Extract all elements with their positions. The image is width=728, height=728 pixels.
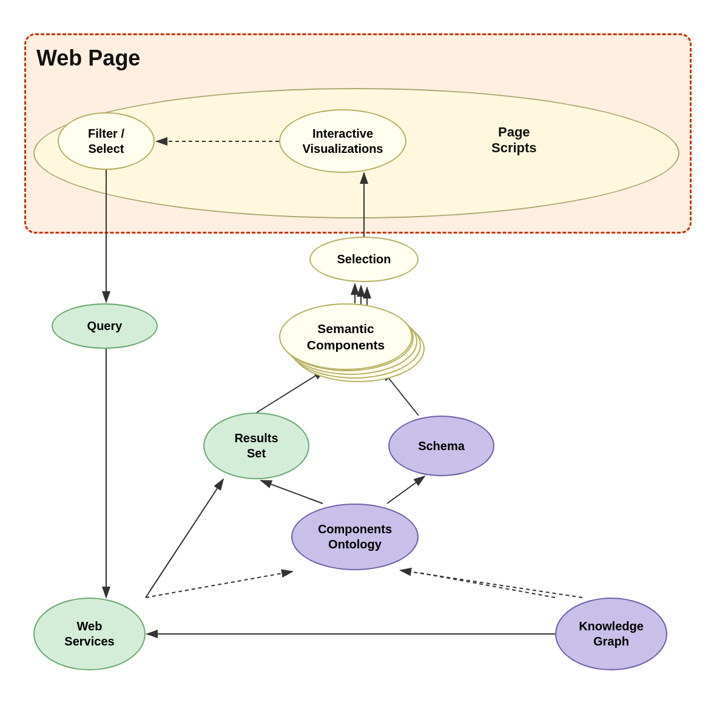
components-ontology-node: ComponentsOntology [291, 504, 419, 570]
query-label: Query [87, 318, 123, 334]
knowledge-graph-label: KnowledgeGraph [579, 619, 644, 649]
results-set-label: ResultsSet [234, 431, 278, 461]
interactive-viz-node: InteractiveVisualizations [279, 109, 406, 173]
web-page-title: Web Page [36, 46, 140, 71]
page-scripts-label: PageScripts [491, 124, 537, 156]
interactive-viz-label: InteractiveVisualizations [302, 126, 383, 157]
svg-line-13 [146, 479, 223, 598]
knowledge-graph-node: KnowledgeGraph [555, 598, 667, 670]
results-set-node: ResultsSet [203, 413, 309, 479]
query-node: Query [52, 303, 158, 349]
selection-node: Selection [309, 237, 419, 282]
svg-line-16 [419, 573, 555, 598]
svg-line-10 [261, 480, 323, 504]
components-ontology-label: ComponentsOntology [318, 522, 392, 552]
filter-select-label: Filter /Select [88, 126, 124, 157]
web-services-node: WebServices [33, 598, 146, 670]
selection-label: Selection [337, 252, 391, 267]
schema-node: Schema [388, 416, 494, 476]
semantic-components-stack: SemanticComponents [279, 303, 425, 388]
semantic-components-label: SemanticComponents [279, 303, 413, 370]
web-services-label: WebServices [64, 619, 114, 649]
svg-line-11 [387, 476, 425, 504]
svg-line-17 [146, 571, 292, 598]
diagram: Web Page [0, 0, 728, 728]
schema-label: Schema [418, 439, 465, 454]
svg-line-15 [400, 570, 582, 598]
filter-select-node: Filter /Select [58, 112, 155, 170]
